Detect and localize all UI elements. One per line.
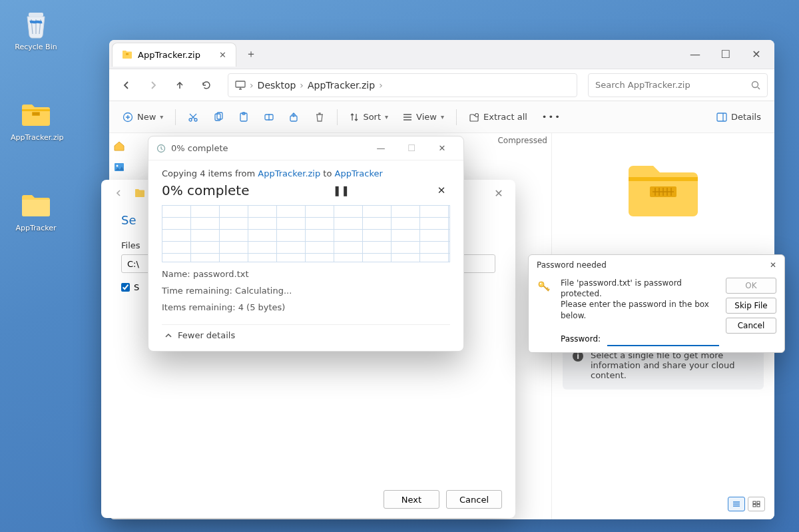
new-tab-button[interactable]: ＋	[242, 45, 260, 64]
svg-point-4	[752, 81, 758, 87]
plus-circle-icon	[123, 112, 133, 123]
breadcrumb-item[interactable]: AppTracker.zip	[308, 80, 375, 91]
more-icon: •••	[542, 112, 561, 122]
forward-button[interactable]	[142, 75, 164, 96]
details-pane-icon	[716, 113, 727, 122]
svg-rect-15	[717, 113, 726, 121]
password-title: Password needed	[537, 260, 607, 270]
recycle-bin[interactable]: Recycle Bin	[11, 8, 61, 51]
svg-point-17	[117, 165, 119, 167]
toolbar: New ▾ Sort ▾ View ▾ Extract all •••	[109, 101, 774, 133]
view-mode-toggle	[728, 497, 765, 511]
chevron-down-icon: ▾	[385, 113, 388, 121]
delete-button[interactable]	[308, 106, 332, 129]
copying-dest-link[interactable]: AppTracker	[335, 168, 383, 178]
sort-label: Sort	[363, 112, 381, 122]
detail-items: Items remaining: 4 (5 bytes)	[162, 302, 450, 312]
home-icon[interactable]	[113, 140, 127, 153]
password-dialog: Password needed ✕ File 'password.txt' is…	[528, 254, 785, 353]
progress-close-button[interactable]: ✕	[429, 139, 455, 158]
new-button[interactable]: New ▾	[116, 106, 170, 129]
tab-close-icon[interactable]: ✕	[219, 50, 226, 60]
wizard-back-button[interactable]	[108, 182, 129, 204]
rename-icon	[264, 112, 274, 123]
password-cancel-button[interactable]: Cancel	[726, 318, 776, 334]
copying-prefix: Copying 4 items from	[162, 168, 258, 178]
breadcrumb[interactable]: › Desktop › AppTracker.zip ›	[228, 73, 577, 97]
window-minimize-button[interactable]: —	[680, 44, 710, 65]
column-header-compressed[interactable]: Compressed	[497, 136, 547, 145]
checkbox-input[interactable]	[121, 283, 130, 292]
scissors-icon	[188, 112, 198, 123]
extract-all-button[interactable]: Extract all	[462, 106, 534, 129]
progress-percent: 0% complete	[162, 182, 250, 198]
progress-minimize-button[interactable]: —	[368, 139, 394, 158]
svg-point-7	[194, 119, 197, 121]
breadcrumb-item[interactable]: Desktop	[258, 80, 296, 91]
desktop-folder[interactable]: AppTracker	[11, 189, 61, 232]
wizard-next-button[interactable]: Next	[384, 490, 439, 509]
chevron-down-icon: ▾	[160, 113, 163, 121]
password-skip-button[interactable]: Skip File	[726, 298, 776, 314]
copy-button[interactable]	[206, 106, 230, 129]
view-button[interactable]: View ▾	[396, 106, 451, 129]
pause-button[interactable]: ❚❚	[332, 184, 350, 196]
share-icon	[289, 112, 300, 123]
cancel-x-button[interactable]: ✕	[433, 184, 450, 196]
details-button[interactable]: Details	[710, 106, 768, 129]
password-field-label: Password:	[561, 334, 601, 344]
chevron-up-icon	[164, 332, 172, 340]
rename-button[interactable]	[257, 106, 281, 129]
clipboard-icon	[238, 112, 249, 123]
copying-mid: to	[320, 168, 334, 178]
detail-time: Time remaining: Calculating...	[162, 286, 450, 296]
thumbnails-view-button[interactable]	[748, 497, 765, 511]
view-icon	[403, 113, 412, 121]
more-button[interactable]: •••	[535, 106, 568, 129]
tab-apptracker[interactable]: AppTracker.zip ✕	[112, 43, 236, 67]
paste-button[interactable]	[232, 106, 256, 129]
password-ok-button[interactable]: OK	[726, 278, 776, 294]
toolbar-separator	[337, 109, 338, 125]
details-label: Details	[731, 112, 761, 122]
progress-maximize-button[interactable]: ☐	[398, 139, 425, 158]
svg-rect-24	[757, 505, 760, 507]
copy-progress-dialog: 0% complete — ☐ ✕ Copying 4 items from A…	[148, 136, 464, 352]
refresh-button[interactable]	[196, 75, 217, 96]
wizard-close-button[interactable]: ✕	[489, 187, 509, 200]
password-input[interactable]	[607, 332, 719, 346]
window-close-button[interactable]: ✕	[741, 44, 772, 65]
tab-strip: AppTracker.zip ✕ ＋ — ☐ ✕	[109, 40, 774, 69]
monitor-icon	[235, 81, 246, 90]
info-text: Select a single file to get more informa…	[591, 350, 754, 380]
svg-point-6	[189, 119, 192, 121]
cut-button[interactable]	[181, 106, 205, 129]
search-box[interactable]	[588, 73, 768, 97]
search-icon	[751, 81, 760, 90]
recycle-bin-icon	[20, 8, 52, 40]
toolbar-separator	[456, 109, 457, 125]
progress-title-bar: 0% complete — ☐ ✕	[148, 136, 463, 160]
svg-rect-3	[236, 81, 245, 87]
desktop-zip-file[interactable]: AppTracker.zip	[11, 99, 61, 142]
svg-text:i: i	[577, 352, 579, 361]
folder-icon	[20, 189, 52, 221]
password-close-button[interactable]: ✕	[770, 260, 776, 270]
details-view-button[interactable]	[728, 497, 745, 511]
zip-folder-icon	[20, 99, 52, 131]
fewer-details-toggle[interactable]: Fewer details	[162, 324, 450, 346]
share-button[interactable]	[282, 106, 306, 129]
copying-source-link[interactable]: AppTracker.zip	[258, 168, 320, 178]
new-label: New	[137, 112, 156, 122]
password-title-bar: Password needed ✕	[529, 255, 784, 275]
window-maximize-button[interactable]: ☐	[710, 44, 741, 65]
wizard-cancel-button[interactable]: Cancel	[446, 490, 502, 509]
search-input[interactable]	[595, 80, 746, 90]
gallery-icon[interactable]	[113, 161, 127, 174]
chevron-down-icon: ▾	[441, 113, 444, 121]
back-button[interactable]	[116, 75, 137, 96]
svg-rect-23	[753, 505, 756, 507]
progress-title: 0% complete	[171, 143, 228, 153]
sort-button[interactable]: Sort ▾	[343, 106, 395, 129]
up-button[interactable]	[169, 75, 190, 96]
